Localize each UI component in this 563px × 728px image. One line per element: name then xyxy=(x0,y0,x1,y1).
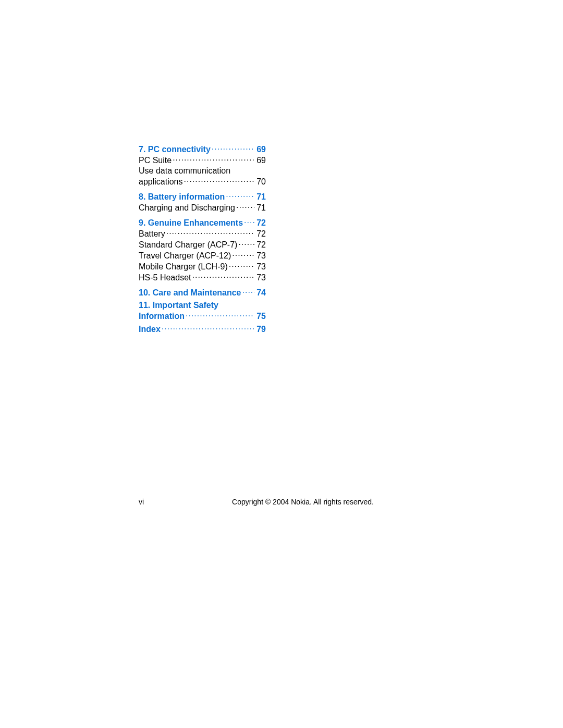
toc-entry-label: applications xyxy=(139,177,183,187)
toc-entry-label: Index xyxy=(139,324,161,335)
toc-entry-genuine-enhancements[interactable]: 9. Genuine Enhancements 72 xyxy=(139,217,266,228)
page-number-roman: vi xyxy=(139,498,170,506)
toc-leader-dots xyxy=(244,217,254,226)
toc-entry-hs5-headset[interactable]: HS-5 Headset 73 xyxy=(139,272,266,283)
toc-entry-pc-suite[interactable]: PC Suite 69 xyxy=(139,155,266,166)
toc-entry-important-safety-line1: 11. Important Safety xyxy=(139,300,266,311)
toc-entry-label: Standard Charger (ACP-7) xyxy=(139,240,237,250)
toc-leader-dots xyxy=(226,191,254,200)
toc-entry-care-and-maintenance[interactable]: 10. Care and Maintenance 74 xyxy=(139,287,266,298)
toc-entry-index[interactable]: Index 79 xyxy=(139,324,266,335)
toc-entry-travel-charger[interactable]: Travel Charger (ACP-12) 73 xyxy=(139,250,266,261)
toc-leader-dots xyxy=(192,272,255,280)
toc-entry-page: 73 xyxy=(255,273,266,283)
toc-entry-label: 8. Battery information xyxy=(139,192,225,202)
toc-entry-pc-connectivity[interactable]: 7. PC connectivity 69 xyxy=(139,144,266,155)
toc-leader-dots xyxy=(173,155,254,163)
toc-entry-page: 72 xyxy=(255,229,266,239)
toc-entry-label: Travel Charger (ACP-12) xyxy=(139,251,231,261)
toc-entry-page: 72 xyxy=(255,218,266,228)
copyright-notice: Copyright © 2004 Nokia. All rights reser… xyxy=(170,498,420,506)
page-footer: vi Copyright © 2004 Nokia. All rights re… xyxy=(139,498,420,506)
toc-leader-dots xyxy=(166,228,254,237)
toc-leader-dots xyxy=(238,239,254,248)
toc-leader-dots xyxy=(212,144,254,152)
toc-leader-dots xyxy=(162,324,254,332)
toc-entry-label: Use data communication xyxy=(139,166,230,176)
toc-leader-dots xyxy=(236,202,254,211)
toc-leader-dots xyxy=(232,250,254,258)
toc-entry-page: 71 xyxy=(255,203,266,213)
document-page: 7. PC connectivity 69 PC Suite 69 Use da… xyxy=(0,0,563,728)
toc-entry-page: 71 xyxy=(255,192,266,202)
toc-entry-label: 11. Important Safety xyxy=(139,300,218,311)
toc-entry-battery[interactable]: Battery 72 xyxy=(139,228,266,239)
toc-leader-dots xyxy=(186,311,254,319)
toc-leader-dots xyxy=(184,176,255,184)
toc-entry-label: Information xyxy=(139,311,185,322)
toc-entry-label: 7. PC connectivity xyxy=(139,144,211,155)
toc-entry-label: HS-5 Headset xyxy=(139,273,191,283)
toc-entry-important-safety-line2[interactable]: Information 75 xyxy=(139,311,266,322)
toc-entry-mobile-charger[interactable]: Mobile Charger (LCH-9) 73 xyxy=(139,261,266,272)
toc-entry-use-data-comm-line1: Use data communication xyxy=(139,166,266,176)
toc-entry-page: 73 xyxy=(255,262,266,272)
toc-entry-label: 10. Care and Maintenance xyxy=(139,288,241,298)
toc-entry-page: 69 xyxy=(255,144,266,155)
toc-entry-label: Charging and Discharging xyxy=(139,203,235,213)
toc-entry-page: 70 xyxy=(255,177,266,187)
toc-entry-label: PC Suite xyxy=(139,155,172,166)
toc-leader-dots xyxy=(242,287,254,295)
toc-entry-page: 72 xyxy=(255,240,266,250)
toc-leader-dots xyxy=(229,261,254,269)
toc-entry-standard-charger[interactable]: Standard Charger (ACP-7) 72 xyxy=(139,239,266,250)
toc-entry-page: 73 xyxy=(255,251,266,261)
toc-entry-battery-information[interactable]: 8. Battery information 71 xyxy=(139,191,266,202)
toc-entry-charging-discharging[interactable]: Charging and Discharging 71 xyxy=(139,202,266,213)
toc-entry-use-data-comm-line2[interactable]: applications 70 xyxy=(139,176,266,187)
toc-entry-page: 74 xyxy=(255,288,266,298)
toc-entry-label: 9. Genuine Enhancements xyxy=(139,218,243,228)
toc-entry-label: Mobile Charger (LCH-9) xyxy=(139,262,228,272)
toc-entry-page: 79 xyxy=(255,324,266,335)
toc-entry-label: Battery xyxy=(139,229,165,239)
toc-entry-page: 75 xyxy=(255,311,266,322)
table-of-contents: 7. PC connectivity 69 PC Suite 69 Use da… xyxy=(139,144,266,335)
toc-entry-page: 69 xyxy=(255,155,266,166)
